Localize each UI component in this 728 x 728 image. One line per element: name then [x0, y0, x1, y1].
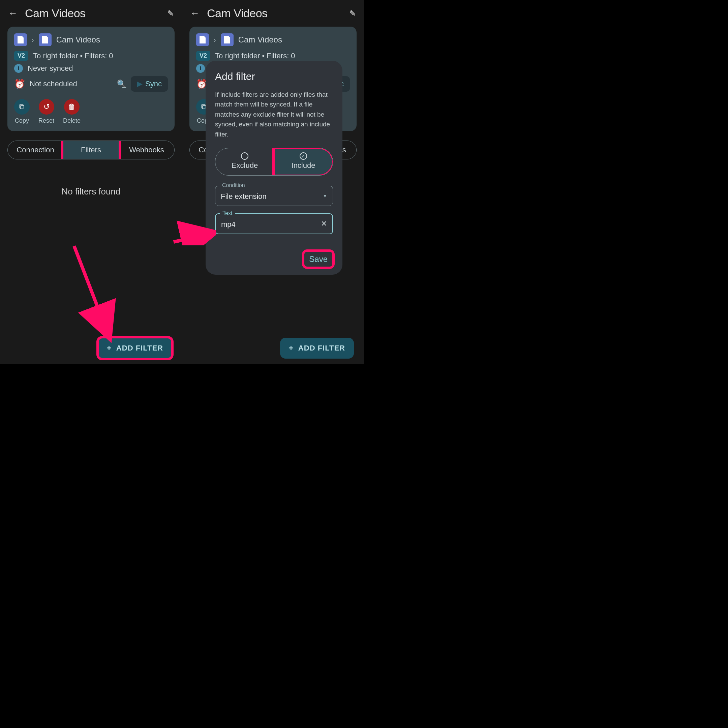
panel-left: ← Cam Videos ✎ › Cam Videos V2 To right …	[0, 0, 182, 364]
text-field-label: Text	[220, 210, 235, 216]
tab-filters[interactable]: Filters	[63, 141, 119, 159]
edit-pencil-icon[interactable]: ✎	[167, 9, 174, 18]
filter-type-segment: Exclude ✓ Include	[215, 148, 333, 176]
delete-label: Delete	[63, 117, 81, 124]
version-badge: V2	[14, 51, 28, 61]
sync-status-row: i Never synced	[14, 64, 168, 73]
play-icon: ▶	[137, 80, 142, 88]
tab-connection[interactable]: Connection	[8, 141, 63, 159]
topbar: ← Cam Videos ✎	[0, 0, 182, 27]
info-icon: i	[14, 64, 23, 73]
text-input-field[interactable]: Text mp4 ✕	[215, 213, 333, 234]
reset-label: Reset	[38, 117, 54, 124]
condition-dropdown[interactable]: Condition File extension ▼	[215, 186, 333, 206]
sync-summary-card: › Cam Videos V2 To right folder • Filter…	[8, 27, 174, 131]
path-row: › Cam Videos	[14, 34, 168, 46]
condition-value: File extension	[221, 192, 267, 200]
plus-icon: +	[107, 344, 112, 353]
direction-row: V2 To right folder • Filters: 0	[14, 51, 168, 61]
copy-action[interactable]: ⧉ Copy	[14, 99, 30, 124]
schedule-text: Not scheduled	[30, 80, 77, 88]
trash-icon: 🗑	[64, 99, 80, 115]
copy-label: Copy	[15, 117, 29, 124]
card-actions-row: ⧉ Copy ↺ Reset 🗑 Delete	[14, 99, 168, 124]
reset-action[interactable]: ↺ Reset	[38, 99, 54, 124]
radio-unchecked-icon	[241, 152, 248, 160]
segment-exclude-label: Exclude	[231, 161, 258, 170]
sync-status-text: Never synced	[28, 64, 73, 73]
dialog-title: Add filter	[215, 71, 333, 82]
annotation-arrow-text	[172, 219, 216, 245]
page-title: Cam Videos	[25, 7, 160, 20]
dialog-actions: Save	[215, 251, 333, 267]
dialog-overlay: Add filter If include filters are added …	[182, 0, 364, 364]
path-name: Cam Videos	[56, 35, 100, 44]
back-arrow-icon[interactable]: ←	[8, 8, 18, 19]
path-chevron-icon: ›	[32, 36, 34, 44]
segment-include-label: Include	[292, 161, 315, 170]
panel-right: ← Cam Videos ✎ › Cam Videos V2 To right …	[182, 0, 364, 364]
tab-webhooks[interactable]: Webhooks	[119, 141, 174, 159]
annotation-arrow-fab	[71, 243, 118, 344]
clear-text-icon[interactable]: ✕	[321, 219, 327, 228]
save-button[interactable]: Save	[304, 251, 333, 267]
delete-action[interactable]: 🗑 Delete	[63, 99, 81, 124]
condition-field-label: Condition	[219, 182, 248, 188]
copy-icon: ⧉	[14, 99, 30, 115]
svg-line-0	[74, 246, 108, 334]
sync-button[interactable]: ▶ Sync	[131, 76, 168, 92]
fab-label: ADD FILTER	[116, 344, 163, 353]
radio-checked-icon: ✓	[300, 152, 307, 160]
reset-icon: ↺	[39, 99, 54, 115]
dropdown-chevron-icon: ▼	[323, 193, 327, 199]
sd-card-right-icon[interactable]	[39, 34, 52, 46]
direction-text: To right folder • Filters: 0	[33, 52, 113, 60]
segment-include[interactable]: ✓ Include	[274, 148, 333, 175]
empty-filters-message: No filters found	[0, 187, 182, 197]
alarm-off-icon: ⏰̸	[14, 79, 25, 89]
add-filter-dialog: Add filter If include filters are added …	[206, 61, 343, 275]
text-cursor	[236, 221, 237, 229]
segment-exclude[interactable]: Exclude	[216, 148, 274, 175]
activity-icon[interactable]: 🔍̲	[117, 80, 126, 88]
schedule-row: ⏰̸ Not scheduled 🔍̲ ▶ Sync	[14, 76, 168, 92]
sd-card-left-icon[interactable]	[14, 34, 27, 46]
sync-button-label: Sync	[145, 80, 162, 88]
dialog-description: If include filters are added only files …	[215, 90, 333, 139]
tabs-segmented: Connection Filters Webhooks	[8, 141, 174, 159]
text-value: mp4	[221, 220, 236, 228]
svg-line-1	[174, 234, 211, 242]
